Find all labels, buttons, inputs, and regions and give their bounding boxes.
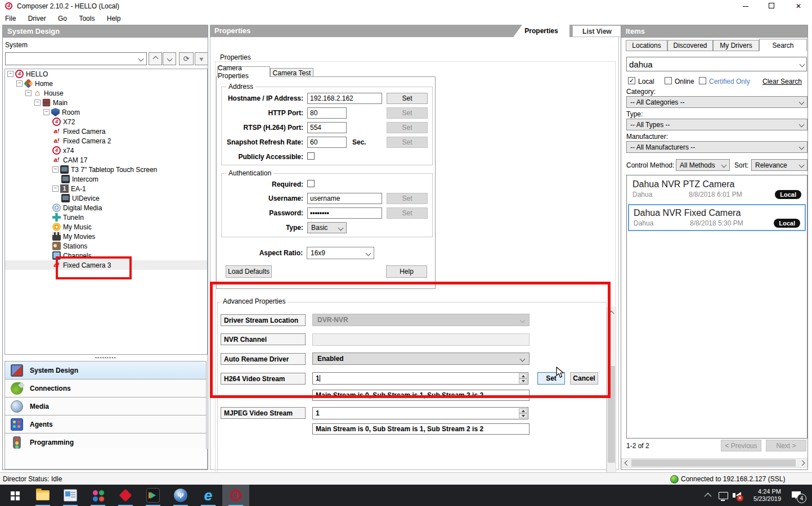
scroll-right-arrow[interactable] [798,459,807,467]
rtsp-port-input[interactable] [307,122,347,133]
cancel-h264-button[interactable]: Cancel [570,372,598,385]
restore-button[interactable] [763,2,780,10]
sort-select[interactable]: Relevance [751,159,807,171]
search-up-button[interactable] [149,52,162,65]
menu-go[interactable]: Go [53,12,72,25]
nav-media[interactable]: Media [5,397,207,415]
driver-search-combo[interactable]: dahua [626,57,807,71]
tray-show-hidden-icons[interactable] [702,485,715,506]
tree-item[interactable]: a!CAM 17 [5,155,207,165]
tree-item[interactable]: −4HELLO [5,69,207,79]
taskbar-w-app[interactable]: Ψ [167,485,194,506]
scroll-up-arrow[interactable] [607,308,616,317]
tab-properties-view[interactable]: Properties [513,25,569,37]
tray-clock[interactable]: 4:24 PM 5/23/2019 [742,485,781,506]
tree-item[interactable]: Channels [5,251,207,260]
collapse-icon[interactable]: − [7,71,14,77]
scrollbar-thumb[interactable] [608,366,615,463]
aspect-ratio-select[interactable]: 16x9 [307,247,374,259]
taskbar-mail-app[interactable] [57,485,84,506]
certified-only-checkbox[interactable] [699,77,706,84]
tab-list-view[interactable]: List View [572,25,622,37]
collapse-icon[interactable]: − [25,90,32,96]
splitter-handle[interactable]: ▪▪▪▪▪▪▪▪▪ [5,355,207,360]
tree-item[interactable]: −Room [5,107,207,117]
menu-driver[interactable]: Driver [23,12,51,25]
scroll-left-arrow[interactable] [622,459,630,467]
collapse-icon[interactable]: − [34,100,41,106]
tree-item[interactable]: UIDevice [5,193,207,203]
tab-my-drivers[interactable]: My Drivers [713,40,759,51]
taskbar-d-app[interactable] [140,485,167,506]
auth-required-checkbox[interactable] [307,180,315,187]
tree-item[interactable]: a!Fixed Camera 3 [5,260,207,270]
filter-button[interactable]: ▼ [195,52,208,65]
category-select[interactable]: -- All Categories -- [626,96,807,108]
tree-item[interactable]: a!Fixed Camera [5,126,207,136]
search-down-button[interactable] [163,52,176,65]
tree-item[interactable]: 4x74 [5,146,207,155]
result-dahua-ptz[interactable]: Dahua NVR PTZ Camera Dahua 8/8/2018 6:01… [628,177,806,203]
result-dahua-fixed[interactable]: Dahua NVR Fixed Camera Dahua 8/8/2018 5:… [628,204,806,231]
tree-item[interactable]: 4X72 [5,117,207,126]
items-h-scrollbar[interactable] [621,458,807,468]
tree-item[interactable]: −Main [5,98,207,107]
auto-rename-driver-select[interactable]: Enabled [312,353,530,365]
tree-item[interactable]: TuneIn [5,213,207,222]
start-button[interactable] [1,485,28,506]
menu-tools[interactable]: Tools [74,12,100,25]
tree-item[interactable]: Intercom [5,174,207,184]
online-checkbox[interactable] [665,77,672,84]
help-button[interactable]: Help [386,265,427,278]
taskbar-composer-active[interactable]: 4 [222,485,249,506]
spinner-buttons[interactable] [519,373,527,383]
system-search-combo[interactable] [5,52,147,65]
nav-system-design[interactable]: System Design [5,361,207,379]
set-hostname-button[interactable]: Set [387,93,428,104]
tree-item[interactable]: My Movies [5,232,207,241]
tree-item[interactable]: −⌂House [5,88,207,98]
tree-item[interactable]: Stations [5,241,207,251]
load-defaults-button[interactable]: Load Defaults [226,265,272,278]
menu-help[interactable]: Help [102,12,126,25]
control-method-select[interactable]: All Methods [676,159,730,171]
auth-type-select[interactable]: Basic [307,222,347,233]
refresh-button[interactable]: ⟳ [179,52,194,65]
manufacturer-select[interactable]: -- All Manufacturers -- [626,141,807,153]
mjpeg-video-stream-input[interactable]: 1 [312,407,528,419]
tray-network-icon[interactable] [716,485,730,506]
collapse-icon[interactable]: − [43,109,50,115]
hostname-input[interactable] [307,93,382,104]
collapse-icon[interactable]: − [52,166,59,173]
local-checkbox[interactable]: ✓ [628,77,635,84]
spinner-buttons[interactable] [519,408,527,418]
close-button[interactable]: ✕ [790,2,807,10]
minimize-button[interactable] [737,2,754,10]
tab-locations[interactable]: Locations [626,40,667,51]
taskbar-photos-app[interactable] [84,485,111,506]
collapse-icon[interactable]: − [16,80,23,87]
taskbar-internet-explorer[interactable]: e [195,485,222,506]
clear-search-link[interactable]: Clear Search [762,78,802,85]
menu-file[interactable]: File [0,12,21,25]
nav-connections[interactable]: Connections [5,379,207,397]
tree-item[interactable]: −Home [5,79,207,88]
tree-item[interactable]: a!Fixed Camera 2 [5,136,207,146]
scrollbar-thumb[interactable] [631,459,796,467]
action-center-button[interactable]: 4 [785,485,807,506]
password-input[interactable] [307,207,382,219]
tree-item[interactable]: −T3 7" Tabletop Touch Screen [5,165,207,174]
collapse-icon[interactable]: − [52,186,59,192]
tree-item[interactable]: My Music [5,222,207,232]
taskbar-file-explorer[interactable] [29,485,56,506]
taskbar-diamond-app[interactable] [112,485,139,506]
username-input[interactable] [307,193,382,204]
nav-agents[interactable]: Agents [5,415,207,433]
tree-item[interactable]: Digital Media [5,203,207,213]
snapshot-rate-input[interactable] [307,137,347,148]
type-select[interactable]: -- All Types -- [626,119,807,130]
http-port-input[interactable] [307,107,347,119]
properties-scrollbar[interactable] [607,308,616,482]
tab-discovered[interactable]: Discovered [667,40,713,51]
tree-item[interactable]: −1EA-1 [5,184,207,193]
